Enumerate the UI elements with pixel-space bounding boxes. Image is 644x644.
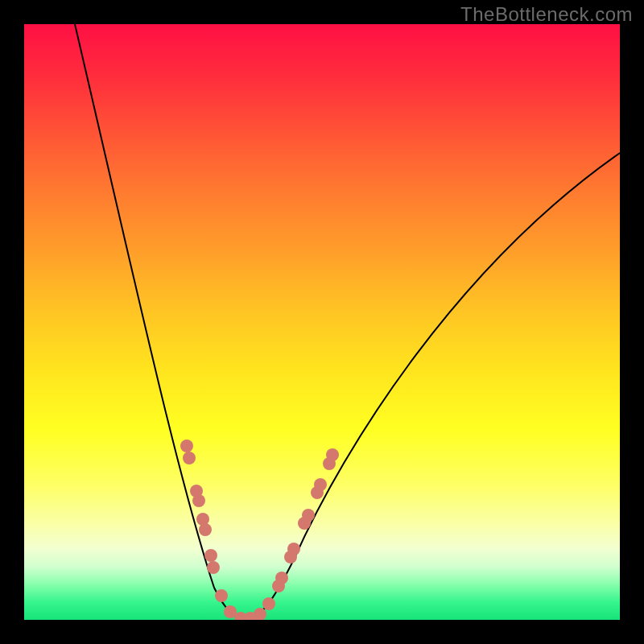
marker-point [204,549,217,562]
chart-frame: TheBottleneck.com [0,0,644,644]
marker-point [326,448,339,461]
marker-point [192,494,205,507]
marker-point [183,452,196,464]
marker-point [302,509,315,522]
marker-point [215,589,228,602]
marker-point [314,478,327,491]
curve-layer [24,24,620,620]
marker-point [199,523,212,536]
marker-point [254,608,266,620]
marker-point [262,597,275,610]
marker-group [180,440,339,620]
marker-point [287,543,300,555]
watermark-text: TheBottleneck.com [460,3,633,26]
plot-area [24,24,620,620]
marker-point [275,572,288,584]
marker-point [207,561,220,574]
bottleneck-curve [75,24,620,618]
marker-point [180,440,193,452]
